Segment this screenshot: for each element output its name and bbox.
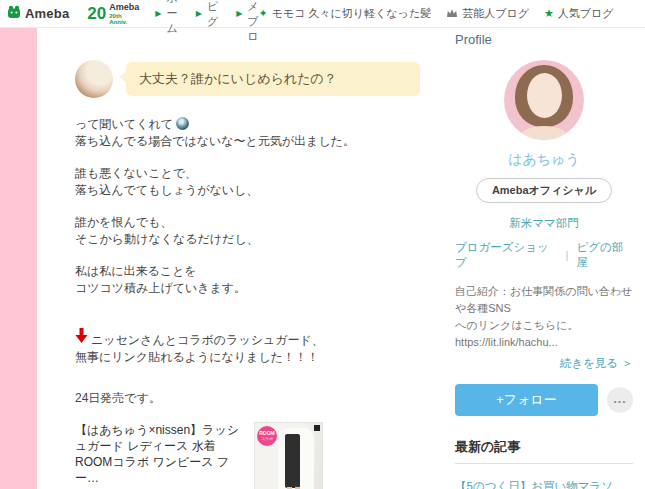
paragraph: って聞いてくれて 落ち込んでる場合ではないな〜と元気が出ました。 bbox=[75, 116, 420, 150]
post-line: って聞いてくれて bbox=[75, 117, 173, 131]
breadcrumb-ameblo-label: アメブロ bbox=[247, 0, 258, 44]
blog-skin-background: 大丈夫？誰かにいじめられたの？ って聞いてくれて 落ち込んでる場合ではないな〜と… bbox=[0, 28, 645, 489]
profile-avatar[interactable] bbox=[504, 60, 584, 140]
paragraph: 私は私に出来ることを コツコツ積み上げていきます。 bbox=[75, 263, 420, 297]
star-icon: ★ bbox=[544, 8, 554, 19]
post-line: そこから動けなくなるだけだし、 bbox=[75, 231, 420, 248]
bio-line: 自己紹介：お仕事関係の問い合わせや各種SNS bbox=[455, 283, 633, 317]
profile-sidebar: Profile はあちゅう Amebaオフィシャル 新米ママ部門 ブロガーズショ… bbox=[455, 32, 633, 489]
popular-blog-link[interactable]: ★ 人気ブログ bbox=[544, 6, 614, 21]
topic-link[interactable]: ✦ モモコ 久々に切り軽くなった髪 bbox=[259, 6, 432, 21]
breadcrumb-arrow-icon: ▶ bbox=[236, 10, 242, 18]
category-link[interactable]: 新米ママ部門 bbox=[455, 216, 633, 231]
profile-bio: 自己紹介：お仕事関係の問い合わせや各種SNS へのリンクはこちらに。 https… bbox=[455, 283, 633, 351]
post-line: 落ち込んでる場合ではないな〜と元気が出ました。 bbox=[75, 133, 420, 150]
ameba-logo-text: Ameba bbox=[25, 6, 69, 21]
post-line: 24日発売です。 bbox=[75, 390, 420, 407]
post-line: 無事にリンク貼れるようになりました！！！ bbox=[75, 349, 420, 366]
bio-line: へのリンクはこちらに。 bbox=[455, 317, 633, 334]
profile-heading: Profile bbox=[455, 32, 633, 47]
links-separator: | bbox=[565, 249, 568, 261]
product-title-link[interactable]: 【はあちゅう×nissen】ラッシュガード レディース 水着 ROOMコラボ ワ… bbox=[75, 422, 247, 486]
crown-icon bbox=[446, 8, 458, 20]
official-badge: Amebaオフィシャル bbox=[476, 178, 612, 203]
breadcrumb-ameblo[interactable]: ▶ アメブロ bbox=[236, 0, 258, 44]
room-badge-sub: コラボ bbox=[257, 437, 277, 441]
paragraph: 24日発売です。 bbox=[75, 390, 420, 407]
bio-line: https://lit.link/hachu... bbox=[455, 334, 633, 351]
child-avatar bbox=[75, 60, 113, 98]
product-info: 【はあちゅう×nissen】ラッシュガード レディース 水着 ROOMコラボ ワ… bbox=[75, 422, 247, 489]
post-body: って聞いてくれて 落ち込んでる場合ではないな〜と元気が出ました。 誰も悪くないこ… bbox=[75, 116, 420, 407]
sparkle-icon: ✦ bbox=[259, 8, 268, 19]
profile-name-link[interactable]: はあちゅう bbox=[455, 151, 633, 169]
anniversary-name: Ameba bbox=[109, 3, 139, 12]
paragraph: ニッセンさんとコラボのラッシュガード、 無事にリンク貼れるようになりました！！！ bbox=[75, 328, 420, 366]
paragraph: 誰かを恨んでも、 そこから動けなくなるだけだし、 bbox=[75, 214, 420, 248]
product-card: 【はあちゅう×nissen】ラッシュガード レディース 水着 ROOMコラボ ワ… bbox=[75, 422, 420, 489]
breadcrumb-arrow-icon: ▶ bbox=[196, 10, 202, 18]
post-line: ニッセンさんとコラボのラッシュガード、 bbox=[91, 332, 324, 349]
follow-button[interactable]: +フォロー bbox=[455, 384, 598, 416]
celebrity-blog-label: 芸能人ブログ bbox=[462, 6, 529, 21]
post-line: 誰も悪くないことで、 bbox=[75, 165, 420, 182]
ameba-blog-page: Ameba 20 Ameba 20th Anniv. ▶ ホーム ▶ ピグ ▶ … bbox=[0, 0, 645, 489]
avatar-shoulders bbox=[520, 126, 568, 140]
breadcrumb-pigg-label: ピグ bbox=[207, 0, 218, 29]
global-header: Ameba 20 Ameba 20th Anniv. ▶ ホーム ▶ ピグ ▶ … bbox=[0, 0, 645, 28]
breadcrumb-arrow-icon: ▶ bbox=[155, 10, 161, 18]
latest-articles-heading: 最新の記事 bbox=[455, 438, 633, 464]
emoticon-face-icon bbox=[176, 117, 189, 130]
breadcrumb: ▶ ホーム ▶ ピグ ▶ アメブロ bbox=[155, 0, 258, 44]
breadcrumb-pigg[interactable]: ▶ ピグ bbox=[196, 0, 218, 44]
ameba-mascot-icon bbox=[6, 4, 22, 24]
article-link[interactable]: 【5のつく日】お買い物マラソン！！ bbox=[455, 476, 633, 489]
speech-bubble: 大丈夫？誰かにいじめられたの？ bbox=[126, 62, 420, 96]
product-model-dress bbox=[285, 434, 300, 488]
bloggers-shop-link[interactable]: ブロガーズショップ bbox=[455, 240, 557, 270]
room-badge: ROOM コラボ bbox=[257, 426, 277, 446]
profile-links-row: ブロガーズショップ | ピグの部屋 bbox=[455, 240, 633, 270]
popular-blog-label: 人気ブログ bbox=[558, 6, 614, 21]
post-line: 誰かを恨んでも、 bbox=[75, 214, 420, 231]
anniversary-sub: 20th Anniv. bbox=[109, 13, 139, 25]
red-down-arrow-icon bbox=[75, 328, 88, 349]
celebrity-blog-link[interactable]: 芸能人ブログ bbox=[446, 6, 529, 21]
topic-link-label: モモコ 久々に切り軽くなった髪 bbox=[272, 6, 431, 21]
anniversary-number: 20 bbox=[87, 5, 106, 22]
breadcrumb-home[interactable]: ▶ ホーム bbox=[155, 0, 177, 44]
product-image[interactable]: ROOM コラボ bbox=[254, 422, 323, 489]
see-more-link[interactable]: 続きを見る ＞ bbox=[455, 356, 633, 371]
product-corner-mark bbox=[314, 425, 320, 431]
more-options-button[interactable]: ... bbox=[607, 387, 633, 413]
post-line: コツコツ積み上げていきます。 bbox=[75, 280, 420, 297]
avatar-face bbox=[527, 73, 562, 118]
content-area: 大丈夫？誰かにいじめられたの？ って聞いてくれて 落ち込んでる場合ではないな〜と… bbox=[37, 28, 645, 489]
follow-row: +フォロー ... bbox=[455, 384, 633, 416]
post-line: 私は私に出来ることを bbox=[75, 263, 420, 280]
anniversary-logo[interactable]: 20 Ameba 20th Anniv. bbox=[87, 3, 139, 25]
pigg-room-link[interactable]: ピグの部屋 bbox=[576, 240, 633, 270]
breadcrumb-home-label: ホーム bbox=[166, 0, 177, 36]
ameba-logo[interactable]: Ameba bbox=[6, 4, 69, 24]
post-line: 落ち込んでてもしょうがないし、 bbox=[75, 182, 420, 199]
blog-post: 大丈夫？誰かにいじめられたの？ って聞いてくれて 落ち込んでる場合ではないな〜と… bbox=[75, 32, 420, 489]
speech-bubble-row: 大丈夫？誰かにいじめられたの？ bbox=[75, 60, 420, 98]
paragraph: 誰も悪くないことで、 落ち込んでてもしょうがないし、 bbox=[75, 165, 420, 199]
